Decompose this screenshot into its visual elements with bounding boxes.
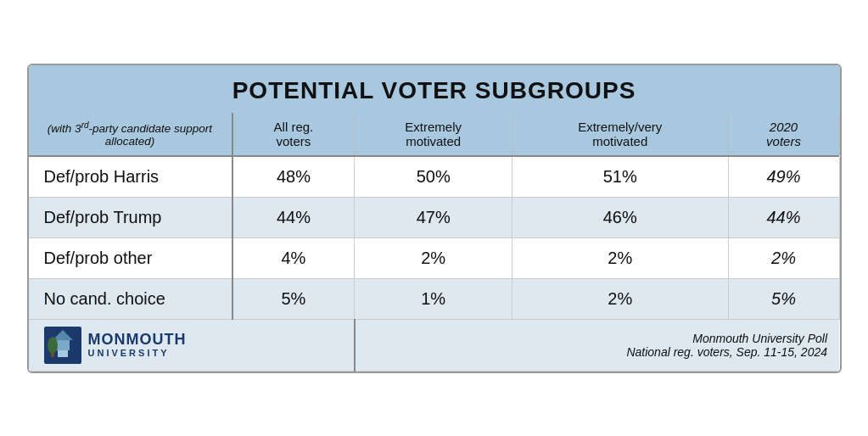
svg-rect-2 xyxy=(56,338,70,350)
col-header-all-reg: All reg.voters xyxy=(232,113,355,155)
poll-name: Monmouth University Poll xyxy=(692,332,827,345)
row-col3: 46% xyxy=(512,197,728,238)
table-row: Def/prob Harris 48% 50% 51% 49% xyxy=(29,157,840,198)
row-label: Def/prob Harris xyxy=(29,157,232,198)
table-row: Def/prob other 4% 2% 2% 2% xyxy=(29,238,840,278)
poll-details: National reg. voters, Sep. 11-15, 2024 xyxy=(626,345,827,359)
header-row: (with 3rd-party candidate support alloca… xyxy=(29,113,840,155)
row-label: No cand. choice xyxy=(29,278,232,319)
row-label: Def/prob Trump xyxy=(29,197,232,238)
logo-monmouth: MONMOUTH xyxy=(88,332,187,349)
monmouth-logo-icon xyxy=(44,327,81,364)
row-col3: 51% xyxy=(512,157,728,198)
row-col1: 4% xyxy=(232,238,355,278)
row-col1: 44% xyxy=(232,197,355,238)
card-header: POTENTIAL VOTER SUBGROUPS xyxy=(29,65,840,113)
row-col4: 5% xyxy=(728,278,839,319)
row-col1: 48% xyxy=(232,157,355,198)
logo-area: MONMOUTH UNIVERSITY xyxy=(44,327,342,364)
row-col4: 2% xyxy=(728,238,839,278)
card-title: POTENTIAL VOTER SUBGROUPS xyxy=(37,77,832,104)
svg-rect-6 xyxy=(51,352,54,357)
logo-university: UNIVERSITY xyxy=(88,348,187,358)
footer-row: MONMOUTH UNIVERSITY Monmouth University … xyxy=(29,319,840,371)
row-col1: 5% xyxy=(232,278,355,319)
footer-logo: MONMOUTH UNIVERSITY xyxy=(29,319,355,371)
svg-point-5 xyxy=(48,337,58,354)
row-col2: 2% xyxy=(355,238,512,278)
row-col2: 1% xyxy=(355,278,512,319)
table-row: Def/prob Trump 44% 47% 46% 44% xyxy=(29,197,840,238)
logo-text: MONMOUTH UNIVERSITY xyxy=(88,332,187,359)
row-col3: 2% xyxy=(512,238,728,278)
row-col4: 49% xyxy=(728,157,839,198)
col-header-extremely-motivated: Extremelymotivated xyxy=(355,113,512,155)
col-header-2020: 2020voters xyxy=(728,113,839,155)
col-header-extremely-very: Extremely/verymotivated xyxy=(512,113,728,155)
data-table: (with 3rd-party candidate support alloca… xyxy=(29,113,840,372)
row-col2: 50% xyxy=(355,157,512,198)
table-row: No cand. choice 5% 1% 2% 5% xyxy=(29,278,840,319)
col-header-label: (with 3rd-party candidate support alloca… xyxy=(29,113,232,155)
main-card: POTENTIAL VOTER SUBGROUPS (with 3rd-part… xyxy=(27,64,842,373)
row-label: Def/prob other xyxy=(29,238,232,278)
table-wrapper: (with 3rd-party candidate support alloca… xyxy=(29,113,840,372)
footer-citation: Monmouth University Poll National reg. v… xyxy=(355,319,839,371)
row-col4: 44% xyxy=(728,197,839,238)
row-col2: 47% xyxy=(355,197,512,238)
row-col3: 2% xyxy=(512,278,728,319)
svg-rect-4 xyxy=(58,350,68,357)
